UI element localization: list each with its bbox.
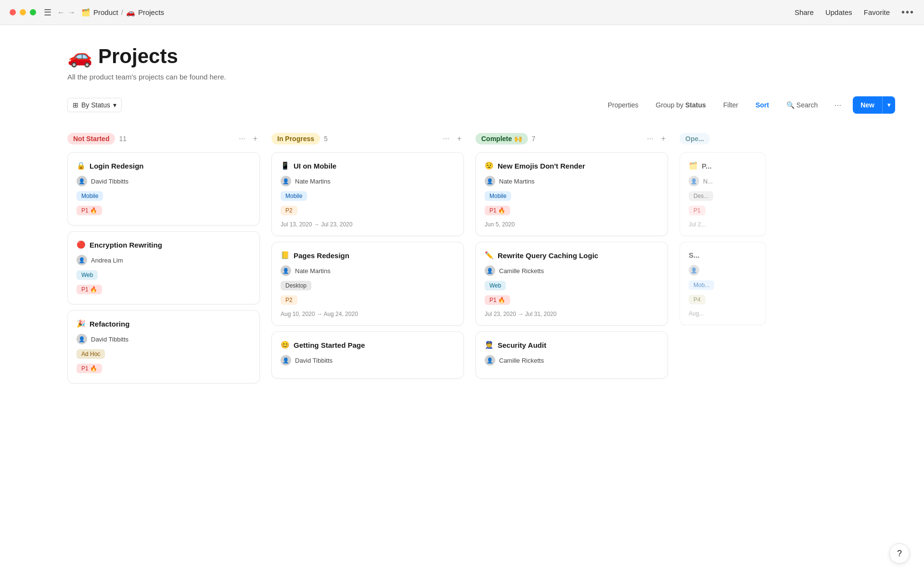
tag-web[interactable]: Web (485, 281, 506, 290)
card-tags: Mobile (77, 191, 251, 203)
card-getting-started-page[interactable]: 😊 Getting Started Page 👤 David Tibbitts (271, 331, 464, 379)
card-assignee: 👤 David Tibbitts (281, 355, 455, 366)
new-button-label[interactable]: New (853, 97, 882, 113)
card-security-audit[interactable]: 👮 Security Audit 👤 Camille Ricketts (475, 331, 668, 379)
column-complete-more[interactable]: ··· (644, 133, 655, 144)
column-in-progress-more[interactable]: ··· (440, 133, 451, 144)
card-rewrite-query-caching[interactable]: ✏️ Rewrite Query Caching Logic 👤 Camille… (475, 242, 668, 326)
column-complete-count: 7 (532, 135, 536, 143)
column-not-started-add[interactable]: + (251, 133, 260, 144)
back-button[interactable]: ← (57, 8, 65, 17)
card-title: 😟 New Emojis Don't Render (485, 161, 659, 170)
toolbar-more-button[interactable]: ··· (830, 98, 845, 112)
tag-adhoc[interactable]: Ad Hoc (77, 349, 105, 359)
filter-button[interactable]: Filter (719, 98, 743, 112)
tag-p4[interactable]: P4 (689, 295, 706, 304)
breadcrumb-current-icon: 🚗 (126, 8, 135, 17)
tag-p1[interactable]: P1 🔥 (77, 206, 102, 215)
card-date: Jun 5, 2020 (485, 221, 659, 228)
card-icon: 📱 (281, 161, 290, 170)
updates-button[interactable]: Updates (825, 8, 852, 16)
tag-web[interactable]: Web (77, 270, 98, 280)
card-assignee: 👤 Camille Ricketts (485, 265, 659, 276)
card-pages-redesign[interactable]: 📒 Pages Redesign 👤 Nate Martins Desktop … (271, 242, 464, 326)
column-not-started-label: Not Started (67, 133, 115, 144)
avatar: 👤 (77, 334, 87, 344)
card-priority-tags: P1 🔥 (77, 206, 251, 217)
column-complete-add[interactable]: + (659, 133, 668, 144)
tag-mobile[interactable]: Mob... (689, 280, 714, 290)
tag-mobile[interactable]: Mobile (485, 191, 511, 201)
tag-desktop[interactable]: Desktop (281, 281, 311, 290)
maximize-button[interactable] (30, 9, 36, 15)
tag-p2[interactable]: P2 (281, 206, 297, 215)
card-ui-on-mobile[interactable]: 📱 UI on Mobile 👤 Nate Martins Mobile P2 … (271, 152, 464, 236)
tag-mobile[interactable]: Mobile (281, 191, 307, 201)
card-tags: Ad Hoc (77, 349, 251, 361)
card-new-emojis[interactable]: 😟 New Emojis Don't Render 👤 Nate Martins… (475, 152, 668, 236)
avatar: 👤 (281, 265, 291, 276)
sort-button[interactable]: Sort (751, 98, 774, 112)
search-icon: 🔍 (786, 101, 795, 109)
favorite-button[interactable]: Favorite (864, 8, 890, 16)
card-open-1[interactable]: 🗂️ P... 👤 N... Des... P1 Jul 2... (680, 152, 766, 236)
column-in-progress-add[interactable]: + (455, 133, 464, 144)
card-priority-tags: P1 🔥 (77, 364, 251, 375)
card-encryption-rewriting[interactable]: 🔴 Encryption Rewriting 👤 Andrea Lim Web … (67, 231, 260, 304)
new-button-arrow[interactable]: ▾ (883, 98, 895, 112)
card-title: ✏️ Rewrite Query Caching Logic (485, 251, 659, 260)
card-login-redesign[interactable]: 🔒 Login Redesign 👤 David Tibbitts Mobile… (67, 152, 260, 225)
page-header: 🚗 Projects All the product team's projec… (67, 44, 895, 81)
card-priority-tags: P2 (281, 295, 455, 307)
sidebar-toggle[interactable]: ☰ (44, 7, 51, 18)
tag-p1[interactable]: P1 🔥 (77, 285, 102, 294)
column-complete: Complete 🙌 7 ··· + 😟 New Emojis Don't Re… (475, 133, 668, 384)
breadcrumb-current-label[interactable]: Projects (138, 8, 164, 16)
group-by-value: Status (685, 101, 706, 109)
tag-desktop[interactable]: Des... (689, 191, 713, 201)
card-assignee: 👤 Andrea Lim (77, 255, 251, 265)
card-assignee: 👤 (689, 265, 757, 276)
card-open-2[interactable]: S... 👤 Mob... P4 Aug... (680, 242, 766, 325)
card-tags: Mobile (485, 191, 659, 203)
column-not-started-actions: ··· + (236, 133, 260, 144)
card-icon: 📒 (281, 251, 290, 260)
avatar: 👤 (281, 176, 291, 186)
card-icon: 🔴 (77, 240, 86, 249)
card-tags: Desktop (281, 281, 455, 292)
more-button[interactable]: ••• (901, 7, 914, 18)
tag-p1[interactable]: P1 🔥 (77, 364, 102, 373)
new-button[interactable]: New ▾ (853, 96, 895, 114)
tag-p1[interactable]: P1 (689, 206, 706, 215)
breadcrumb-parent-label[interactable]: Product (93, 8, 118, 16)
card-priority-tags: P1 (689, 206, 757, 217)
card-icon: 😟 (485, 161, 494, 170)
column-not-started-more[interactable]: ··· (236, 133, 247, 144)
view-selector[interactable]: ⊞ By Status ▾ (67, 98, 122, 112)
column-in-progress-count: 5 (324, 135, 328, 143)
card-title: S... (689, 251, 757, 259)
column-open: Ope... 🗂️ P... 👤 N... Des... P1 Jul 2... (680, 133, 766, 331)
nav-arrows: ← → (57, 8, 76, 17)
card-title: 🎉 Refactoring (77, 319, 251, 328)
group-by-button[interactable]: Group by Status (651, 98, 711, 112)
tag-p1[interactable]: P1 🔥 (485, 206, 510, 215)
columns-area: Not Started 11 ··· + 🔒 Login Redesign 👤 … (67, 133, 895, 389)
column-in-progress-label: In Progress (271, 133, 320, 144)
view-icon: ⊞ (73, 101, 78, 109)
properties-button[interactable]: Properties (603, 98, 643, 112)
card-refactoring[interactable]: 🎉 Refactoring 👤 David Tibbitts Ad Hoc P1… (67, 310, 260, 383)
tag-p1[interactable]: P1 🔥 (485, 295, 510, 305)
forward-button[interactable]: → (68, 8, 76, 17)
tag-p2[interactable]: P2 (281, 295, 297, 305)
share-button[interactable]: Share (795, 8, 814, 16)
view-label: By Status (81, 101, 110, 109)
search-button[interactable]: 🔍 Search (782, 98, 822, 112)
close-button[interactable] (10, 9, 16, 15)
card-title: 🔴 Encryption Rewriting (77, 240, 251, 249)
tag-mobile[interactable]: Mobile (77, 191, 103, 201)
column-not-started-count: 11 (119, 135, 127, 143)
card-title: 😊 Getting Started Page (281, 341, 455, 349)
card-date: Jul 13, 2020 → Jul 23, 2020 (281, 221, 455, 228)
minimize-button[interactable] (20, 9, 26, 15)
